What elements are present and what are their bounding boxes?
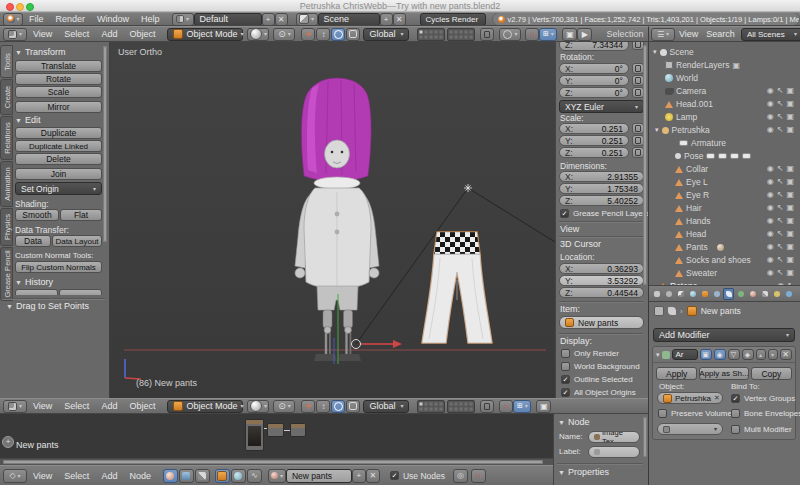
scale-manipulator-button[interactable] xyxy=(346,400,360,413)
cursor-icon[interactable]: ↖ xyxy=(777,87,784,95)
outliner-menu-view[interactable]: View xyxy=(675,29,702,39)
orientation-dropdown[interactable]: Global▾ xyxy=(363,400,409,413)
node-label-field[interactable] xyxy=(588,446,640,458)
mode-dropdown[interactable]: Object Mode▾ xyxy=(167,400,243,413)
manipulator-toggle-button[interactable]: ✛ xyxy=(301,28,315,41)
cursor-icon[interactable]: ↖ xyxy=(777,178,784,186)
tab-scene[interactable] xyxy=(675,288,686,300)
eye-icon[interactable]: ◉ xyxy=(767,230,774,238)
outliner-row[interactable]: ▾ Petrushka ◉↖▣ xyxy=(649,124,798,136)
add-modifier-dropdown[interactable]: Add Modifier▾ xyxy=(653,328,795,342)
clear-object-icon[interactable]: ✕ xyxy=(714,394,720,402)
cursor-icon[interactable]: ↖ xyxy=(777,217,784,225)
snap-node-button[interactable]: ∩ xyxy=(471,469,486,483)
layers-widget-a[interactable] xyxy=(417,28,445,41)
camera-render-icon[interactable]: ▣ xyxy=(786,230,794,238)
only-render-checkbox[interactable] xyxy=(561,349,570,358)
apply-button[interactable]: Apply xyxy=(656,367,697,380)
modifier-show-render-toggle[interactable]: ▣ xyxy=(700,349,712,360)
tab-physics[interactable]: Physics xyxy=(0,208,13,246)
expand-icon[interactable]: ▾ xyxy=(653,48,657,56)
camera-restrict-icon[interactable]: ▣ xyxy=(732,61,740,70)
delete-scene-button[interactable]: ✕ xyxy=(393,13,406,26)
menu-window[interactable]: Window xyxy=(91,14,135,24)
eye-icon[interactable]: ◉ xyxy=(767,126,774,134)
outliner-row[interactable]: Hands ◉↖▣ xyxy=(649,215,798,227)
preserve-volume-checkbox[interactable] xyxy=(658,409,667,418)
node-panel-scrollbar[interactable] xyxy=(643,417,647,457)
add-scene-button[interactable]: + xyxy=(380,13,393,26)
rotate-manipulator-button[interactable] xyxy=(331,400,345,413)
delete-layout-button[interactable]: ✕ xyxy=(275,13,288,26)
viewport-shading-dropdown[interactable]: ▾ xyxy=(247,28,269,41)
editor-type-button[interactable]: ◇▾ xyxy=(3,469,27,483)
data-button[interactable]: Data xyxy=(15,235,51,247)
scale-button[interactable]: Scale xyxy=(15,86,102,98)
eye-icon[interactable]: ◉ xyxy=(767,269,774,277)
scene-icon-button[interactable]: ▾ xyxy=(296,13,318,26)
mode-dropdown[interactable]: Object Mode ▾ xyxy=(167,28,243,41)
vertex-groups-checkbox[interactable]: ✓ xyxy=(731,394,740,403)
cursor-x-field[interactable]: X:0.36293 xyxy=(559,263,644,274)
duplicate-linked-button[interactable]: Duplicate Linked xyxy=(15,140,102,152)
shader-nodes-button[interactable] xyxy=(163,469,178,483)
grease-pencil-checkbox[interactable]: ✓ xyxy=(560,209,569,218)
node-editor-canvas[interactable]: New pants + xyxy=(0,414,553,458)
apply-as-shape-button[interactable]: Apply as Sh... xyxy=(699,367,748,380)
bone-envelopes-checkbox[interactable] xyxy=(731,409,740,418)
outliner-menu-search[interactable]: Search xyxy=(702,29,739,39)
lock-to-scene-button[interactable] xyxy=(480,400,494,413)
smooth-button[interactable]: Smooth xyxy=(15,209,59,221)
outliner-row[interactable]: Pants ◉↖▣ xyxy=(649,241,798,253)
editor-type-button[interactable]: ▾ xyxy=(3,400,27,413)
location-z-field[interactable]: Z:7.34344 xyxy=(559,42,629,51)
new-pants-object[interactable] xyxy=(422,232,492,343)
tab-tools[interactable]: Tools xyxy=(0,45,13,78)
texture-nodes-button[interactable] xyxy=(195,469,210,483)
tab-world[interactable] xyxy=(687,288,698,300)
panel-toggle-icon[interactable]: + xyxy=(2,436,14,448)
menu-node[interactable]: Node xyxy=(123,471,157,481)
eye-icon[interactable]: ◉ xyxy=(767,165,774,173)
dim-y-field[interactable]: Y:1.75348 xyxy=(559,183,644,194)
cursor-icon[interactable]: ↖ xyxy=(777,230,784,238)
outliner-row[interactable]: World xyxy=(649,72,798,84)
tab-physics[interactable] xyxy=(783,288,794,300)
cursor-icon[interactable]: ↖ xyxy=(777,191,784,199)
rotate-button[interactable]: Rotate xyxy=(15,73,102,85)
output-node[interactable] xyxy=(290,423,306,437)
camera-render-icon[interactable]: ▣ xyxy=(786,243,794,251)
rotation-z-field[interactable]: Z:0° xyxy=(559,87,629,98)
scale-y-field[interactable]: Y:0.251 xyxy=(559,135,629,146)
menu-select[interactable]: Select xyxy=(58,29,95,39)
flat-button[interactable]: Flat xyxy=(60,209,102,221)
use-nodes-checkbox[interactable]: ✓ xyxy=(390,471,399,480)
translate-manipulator-button[interactable]: ↕ xyxy=(316,400,330,413)
mirror-button[interactable]: Mirror xyxy=(15,101,102,113)
tab-render[interactable] xyxy=(651,288,662,300)
node-panel-header[interactable]: ▼Node xyxy=(558,417,589,427)
camera-render-icon[interactable]: ▣ xyxy=(786,178,794,186)
outliner-row[interactable]: ▾ Scene xyxy=(649,46,798,58)
screen-layout-icon-button[interactable]: ▾ xyxy=(172,13,194,26)
cursor-icon[interactable]: ↖ xyxy=(777,204,784,212)
modifier-move-down-button[interactable]: ▾ xyxy=(768,349,778,360)
menu-view[interactable]: View xyxy=(27,29,58,39)
edit-panel-header[interactable]: ▼Edit xyxy=(15,115,102,125)
cursor-icon[interactable]: ↖ xyxy=(777,113,784,121)
tab-modifiers[interactable] xyxy=(723,288,734,300)
eye-icon[interactable]: ◉ xyxy=(767,204,774,212)
camera-render-icon[interactable]: ▣ xyxy=(786,217,794,225)
eye-icon[interactable]: ◉ xyxy=(767,256,774,264)
eye-icon[interactable]: ◉ xyxy=(767,191,774,199)
editor-type-button[interactable]: ▾ xyxy=(3,28,27,41)
node-name-field[interactable]: Image Tex xyxy=(588,431,640,443)
tab-constraints[interactable] xyxy=(711,288,722,300)
rotate-manipulator-button[interactable] xyxy=(331,28,345,41)
cursor-icon[interactable]: ↖ xyxy=(777,165,784,173)
orientation-dropdown[interactable]: Global▾ xyxy=(363,28,409,41)
scale-z-field[interactable]: Z:0.251 xyxy=(559,147,629,158)
menu-view[interactable]: View xyxy=(27,401,58,411)
menu-add[interactable]: Add xyxy=(95,29,123,39)
camera-render-icon[interactable]: ▣ xyxy=(786,256,794,264)
